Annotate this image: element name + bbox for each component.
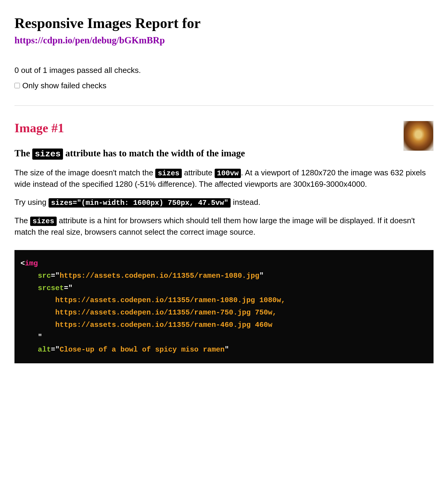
code-l8-val: Close-up of a bowl of spicy miso ramen: [60, 346, 225, 354]
code-l8-attr: alt: [38, 346, 51, 354]
check-heading-code: sizes: [32, 149, 63, 160]
para1-c2: 100vw: [215, 169, 241, 178]
code-l1-tag: img: [25, 259, 38, 268]
image-heading: Image #1: [14, 121, 434, 135]
filter-label[interactable]: Only show failed checks: [14, 81, 434, 90]
code-l2-eq: =": [51, 272, 60, 280]
code-l7-close: ": [38, 333, 42, 341]
section-divider: [14, 105, 434, 106]
para1-t1: The size of the image doesn't match the: [14, 168, 155, 177]
summary-text: 0 out of 1 images passed all checks.: [14, 66, 434, 75]
filter-checkbox[interactable]: [14, 83, 20, 88]
code-l2-close: ": [259, 272, 263, 280]
image-section: Image #1 The sizes attribute has to matc…: [14, 121, 434, 364]
para-2: Try using sizes="(min-width: 1600px) 750…: [14, 197, 434, 208]
para3-c1: sizes: [30, 217, 57, 226]
para3-t1: The: [14, 216, 30, 225]
code-l4-val: https://assets.codepen.io/11355/ramen-10…: [55, 296, 285, 304]
code-l1-open: <: [21, 259, 25, 268]
report-url-link[interactable]: https://cdpn.io/pen/debug/bGKmBRp: [14, 35, 165, 46]
code-l8-close: ": [225, 346, 229, 354]
code-l8-eq: =": [51, 346, 60, 354]
code-l3-attr: srcset: [38, 284, 64, 292]
para1-c1: sizes: [155, 169, 182, 178]
code-l6-val: https://assets.codepen.io/11355/ramen-46…: [55, 321, 272, 329]
filter-label-text: Only show failed checks: [22, 81, 106, 90]
check-heading: The sizes attribute has to match the wid…: [14, 147, 434, 160]
para3-t2: attribute is a hint for browsers which s…: [14, 216, 415, 237]
para1-t2: attribute: [182, 168, 214, 177]
para2-c1: sizes="(min-width: 1600px) 750px, 47.5vw…: [49, 198, 231, 208]
code-l2-val: https://assets.codepen.io/11355/ramen-10…: [60, 272, 260, 280]
code-l3-eq: =": [64, 284, 73, 292]
check-heading-post: attribute has to match the width of the …: [63, 148, 245, 158]
image-thumbnail: [403, 121, 434, 151]
para-3: The sizes attribute is a hint for browse…: [14, 215, 434, 238]
code-l2-attr: src: [38, 272, 51, 280]
para-1: The size of the image doesn't match the …: [14, 167, 434, 190]
check-heading-pre: The: [14, 148, 32, 158]
para2-t1: Try using: [14, 198, 49, 207]
page-title: Responsive Images Report for: [14, 14, 434, 32]
code-l5-val: https://assets.codepen.io/11355/ramen-75…: [55, 308, 277, 317]
para2-t2: instead.: [231, 198, 260, 207]
code-block: <img src="https://assets.codepen.io/1135…: [14, 250, 434, 363]
